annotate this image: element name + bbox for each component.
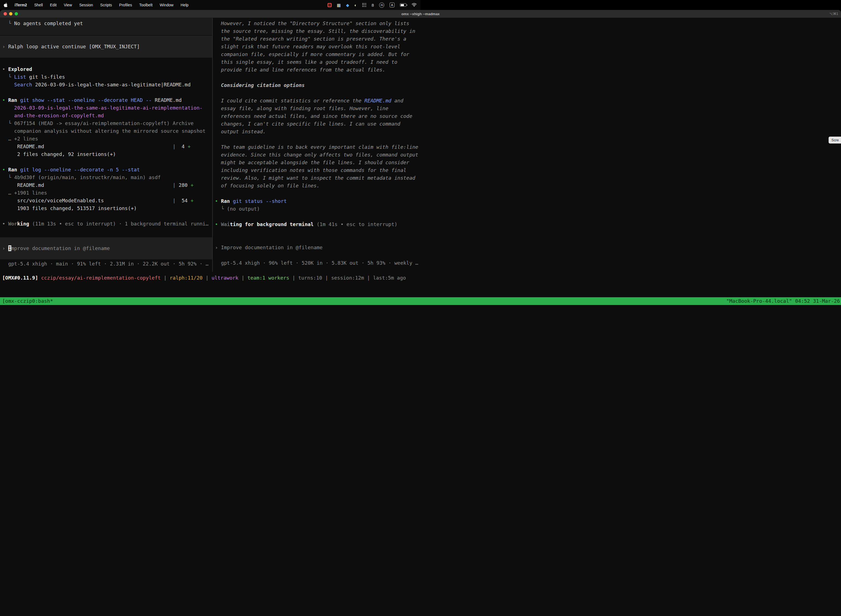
text-cursor: I xyxy=(8,245,11,251)
terminal-line: this single essay, it seems like a good … xyxy=(213,58,420,66)
iterm-window: omx --xhigh --madmax ⌥⌘1 └ No agents com… xyxy=(0,10,420,308)
apple-menu-icon[interactable] xyxy=(4,3,7,7)
text-dim: • xyxy=(2,221,8,227)
text-bright: [OMX#0.11.9] xyxy=(2,275,41,281)
text-fg: Ralph loop active continue [OMX_TMUX_INJ… xyxy=(8,44,140,49)
text-dim: mprove documentation in @filename xyxy=(11,245,110,251)
text-fg: 1903 files changed, 513517 insertions(+) xyxy=(2,205,137,211)
gauge-icon[interactable]: .61 xyxy=(379,3,384,8)
text-dim: … +2 lines xyxy=(2,136,38,142)
prompt-input-line[interactable]: › Improve documentation in @filename xyxy=(0,245,212,252)
menu-item-edit[interactable]: Edit xyxy=(50,3,57,7)
terminal-line: └ (no output) xyxy=(213,205,420,213)
text-dim: gpt-5.4 xhigh · main · 91% left · 2.31M … xyxy=(2,261,209,267)
terminal-line: • Ran git log --oneline --decorate -n 5 … xyxy=(0,166,212,174)
text-itheading: Considering citation options xyxy=(215,82,305,88)
text-teamgreen: team:1 workers xyxy=(248,275,289,281)
terminal-line: README.md | 4 + xyxy=(0,143,212,150)
screen-recording-icon[interactable] xyxy=(328,3,332,7)
blank-line xyxy=(213,213,420,220)
text-itblue: README.md xyxy=(365,98,391,104)
terminal-line: The team guideline is to back every impo… xyxy=(213,143,420,151)
text-fg: git ls-files xyxy=(26,74,65,80)
text-blue: Search xyxy=(14,82,32,88)
text-fg: README.md xyxy=(152,97,182,103)
text-dim: turns:10 xyxy=(298,275,322,281)
text-shim: Wai xyxy=(221,221,230,227)
text-it: review. Also, I might want to inspect th… xyxy=(215,175,415,181)
text-dim: 4b9d30f (origin/main, instructkr/main, m… xyxy=(14,175,161,180)
prompt-input-line[interactable]: › Improve documentation in @filename xyxy=(213,244,420,251)
menu-status-icons: ▦◆◐8.61A xyxy=(328,3,417,8)
menu-item-shell[interactable]: Shell xyxy=(34,3,43,7)
text-dim: companion analysis without altering the … xyxy=(2,128,205,134)
text-dim: └ xyxy=(215,206,227,212)
text-fg: 280 xyxy=(176,182,190,188)
text-boldwhite: ting for background terminal xyxy=(230,221,314,227)
menu-item-session[interactable]: Session xyxy=(79,3,93,7)
text-dim: › xyxy=(2,245,8,251)
menu-item-window[interactable]: Window xyxy=(160,3,174,7)
blank-line xyxy=(0,58,212,65)
app-grid-icon[interactable] xyxy=(362,3,366,7)
figure-eight-icon[interactable]: 8 xyxy=(372,3,374,7)
left-strip-block: └ No agents completed yet xyxy=(0,18,212,35)
menu-item-view[interactable]: View xyxy=(64,3,72,7)
terminal-line: … +2 lines xyxy=(0,135,212,143)
menu-item-iterm2[interactable]: iTerm2 xyxy=(15,3,27,7)
menu-item-help[interactable]: Help xyxy=(181,3,189,7)
terminal-line: companion analysis without altering the … xyxy=(0,127,212,135)
blank-line xyxy=(0,212,212,220)
text-it: The team guideline is to back every impo… xyxy=(215,144,418,150)
blank-line xyxy=(213,74,420,81)
blank-line xyxy=(213,89,420,97)
text-magenta: ultrawork xyxy=(212,275,239,281)
text-it: changes, I can't cite specific file line… xyxy=(215,121,400,127)
terminal-line: provide file and line references from th… xyxy=(213,66,420,74)
window-manager-icon[interactable]: ▦ xyxy=(337,3,341,7)
input-source-icon[interactable]: A xyxy=(390,3,394,7)
terminal-line: • Waiting for background terminal (1m 41… xyxy=(213,220,420,228)
text-fg xyxy=(230,198,233,204)
terminal-pane-left[interactable]: └ No agents completed yet› Ralph loop ac… xyxy=(0,18,212,272)
terminal-line: src/voice/voiceModeEnabled.ts | 54 + xyxy=(0,197,212,204)
terminal-pane-right[interactable]: However, I noticed the "Directory Struct… xyxy=(213,18,420,272)
terminal-line: └ No agents completed yet xyxy=(0,20,212,27)
contrast-icon[interactable]: ◐ xyxy=(355,3,357,7)
prompt-input-line[interactable]: › Ralph loop active continue [OMX_TMUX_I… xyxy=(0,43,212,50)
window-titlebar[interactable]: omx --xhigh --madmax ⌥⌘1 xyxy=(0,10,420,18)
terminal-line: companion file, especially if more comme… xyxy=(213,50,420,58)
menu-item-scripts[interactable]: Scripts xyxy=(100,3,112,7)
minimize-button[interactable] xyxy=(9,12,12,15)
text-green: • xyxy=(215,221,221,227)
text-it: I could cite commit statistics or refere… xyxy=(215,98,365,104)
raycast-icon[interactable]: ◆ xyxy=(346,3,349,7)
text-blue: git status --short xyxy=(233,198,287,204)
left-inputbox-block: › Improve documentation in @filename xyxy=(0,237,212,260)
text-fg xyxy=(17,97,20,103)
omx-status-line: [OMX#0.11.9] cczip/essay/ai-reimplementa… xyxy=(0,274,420,282)
menu-item-toolbelt[interactable]: Toolbelt xyxy=(139,3,152,7)
text-green: + xyxy=(188,144,190,149)
blank-line xyxy=(0,89,212,96)
text-boldwhite: Ran xyxy=(8,97,18,103)
text-dim: last:5m ago xyxy=(373,275,406,281)
window-controls xyxy=(0,12,18,15)
terminal-line: └ 067f154 (HEAD -> essay/ai-reimplementa… xyxy=(0,119,212,127)
text-fg: 4 xyxy=(176,144,188,149)
menu-item-profiles[interactable]: Profiles xyxy=(119,3,132,7)
text-boldwhite: Explored xyxy=(8,66,32,72)
battery-icon[interactable] xyxy=(400,3,406,7)
text-blue: List xyxy=(14,74,26,80)
text-dim: (11m 13s • esc to interrupt) · 1 backgro… xyxy=(29,221,209,227)
blank-line xyxy=(213,135,420,143)
terminal-line: changes, I can't cite specific file line… xyxy=(213,120,420,128)
text-boldwhite: Ran xyxy=(221,198,230,204)
wifi-icon[interactable] xyxy=(412,3,417,7)
blank-line xyxy=(213,236,420,244)
zoom-button[interactable] xyxy=(15,12,18,15)
text-dim: • xyxy=(2,66,8,72)
close-button[interactable] xyxy=(4,12,7,15)
blank-line xyxy=(213,228,420,236)
text-dim: | xyxy=(173,144,176,149)
